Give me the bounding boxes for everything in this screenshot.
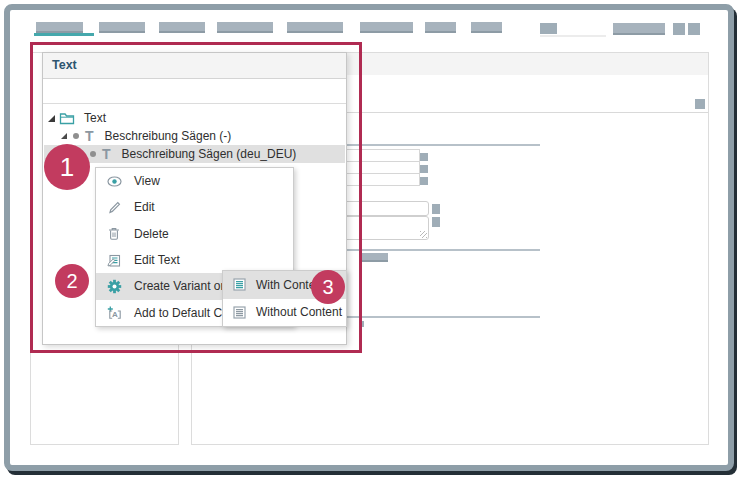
tab-placeholder-7[interactable] — [425, 22, 456, 33]
window-content: Text Text T Beschreibung Sägen (-) — [10, 10, 728, 465]
toolbar-button-placeholder[interactable] — [613, 23, 665, 35]
textarea-resize-grip[interactable] — [420, 231, 427, 238]
form-input-2-help-icon[interactable] — [420, 165, 428, 173]
tab-placeholder-4[interactable] — [217, 22, 273, 33]
form-input-4-help-icon[interactable] — [432, 204, 440, 214]
form-textarea-help-icon[interactable] — [432, 217, 440, 227]
tab-placeholder-2[interactable] — [99, 22, 145, 33]
tab-placeholder-1[interactable] — [36, 22, 83, 33]
tab-placeholder-5[interactable] — [287, 22, 343, 33]
tab-placeholder-8[interactable] — [471, 22, 502, 33]
annotation-badge-2: 2 — [55, 264, 89, 298]
form-input-3-help-icon[interactable] — [420, 177, 428, 185]
annotation-badge-1: 1 — [44, 144, 90, 190]
annotation-highlight-box — [30, 42, 362, 353]
annotation-badge-3: 3 — [311, 270, 345, 304]
active-tab-underline — [34, 33, 94, 36]
collapse-section-icon[interactable] — [695, 99, 705, 109]
screenshot-stage: Text Text T Beschreibung Sägen (-) — [0, 0, 742, 479]
window-action-button-2[interactable] — [688, 23, 700, 35]
search-icon — [540, 23, 557, 34]
app-window: Text Text T Beschreibung Sägen (-) — [4, 4, 734, 471]
form-input-1-help-icon[interactable] — [420, 153, 428, 161]
window-action-button-1[interactable] — [673, 23, 685, 35]
search-input[interactable] — [540, 23, 606, 37]
section-heading-placeholder — [361, 253, 388, 262]
tab-placeholder-3[interactable] — [159, 22, 205, 33]
tab-placeholder-6[interactable] — [360, 22, 413, 33]
